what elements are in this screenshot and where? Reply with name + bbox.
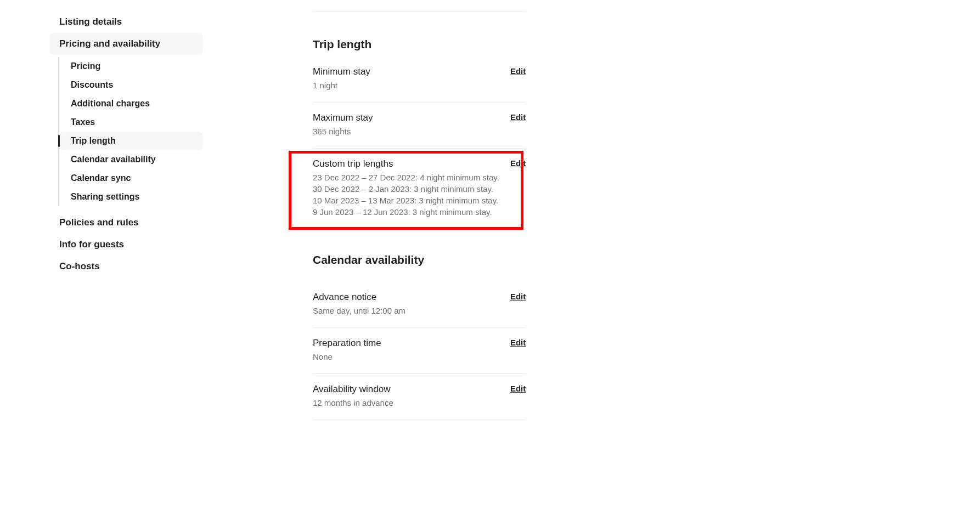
subnav-item-additional-charges[interactable]: Additional charges: [59, 94, 203, 113]
main-content: Trip length Minimum stay 1 night Edit Ma…: [313, 11, 526, 420]
sidebar-subnav: Pricing Discounts Additional charges Tax…: [58, 57, 203, 206]
label-custom-trip-lengths: Custom trip lengths: [313, 158, 499, 169]
section-title-calendar-availability: Calendar availability: [313, 253, 526, 266]
subnav-item-taxes[interactable]: Taxes: [59, 113, 203, 132]
edit-custom-trip-lengths[interactable]: Edit: [510, 158, 526, 168]
value-preparation-time: None: [313, 351, 499, 362]
edit-maximum-stay[interactable]: Edit: [510, 112, 526, 122]
row-preparation-time: Preparation time None Edit: [313, 328, 526, 374]
row-minimum-stay: Minimum stay 1 night Edit: [313, 66, 526, 103]
row-maximum-stay: Maximum stay 365 nights Edit: [313, 103, 526, 149]
row-advance-notice: Advance notice Same day, until 12:00 am …: [313, 282, 526, 328]
value-maximum-stay: 365 nights: [313, 126, 499, 137]
subnav-item-discounts[interactable]: Discounts: [59, 76, 203, 94]
subnav-item-pricing[interactable]: Pricing: [59, 57, 203, 76]
subnav-item-sharing-settings[interactable]: Sharing settings: [59, 188, 203, 206]
value-advance-notice: Same day, until 12:00 am: [313, 305, 499, 316]
divider: [313, 11, 526, 12]
subnav-item-calendar-sync[interactable]: Calendar sync: [59, 169, 203, 188]
edit-availability-window[interactable]: Edit: [510, 384, 526, 393]
value-custom-trip-lengths-0: 23 Dec 2022 – 27 Dec 2022: 4 night minim…: [313, 172, 499, 183]
sidebar-nav: Listing details Pricing and availability…: [49, 11, 203, 420]
sidebar-item-co-hosts[interactable]: Co-hosts: [49, 256, 203, 277]
label-preparation-time: Preparation time: [313, 338, 499, 349]
sidebar-item-info-for-guests[interactable]: Info for guests: [49, 234, 203, 256]
edit-minimum-stay[interactable]: Edit: [510, 66, 526, 76]
sidebar-item-policies-rules[interactable]: Policies and rules: [49, 212, 203, 234]
sidebar-item-listing-details[interactable]: Listing details: [49, 11, 203, 33]
label-advance-notice: Advance notice: [313, 292, 499, 303]
value-custom-trip-lengths-3: 9 Jun 2023 – 12 Jun 2023: 3 night minimu…: [313, 206, 499, 218]
row-availability-window: Availability window 12 months in advance…: [313, 374, 526, 420]
label-maximum-stay: Maximum stay: [313, 112, 499, 123]
label-availability-window: Availability window: [313, 384, 499, 395]
section-title-trip-length: Trip length: [313, 38, 526, 51]
label-minimum-stay: Minimum stay: [313, 66, 499, 77]
edit-preparation-time[interactable]: Edit: [510, 338, 526, 347]
value-minimum-stay: 1 night: [313, 80, 499, 91]
subnav-item-trip-length[interactable]: Trip length: [59, 132, 203, 150]
value-custom-trip-lengths-1: 30 Dec 2022 – 2 Jan 2023: 3 night minimu…: [313, 183, 499, 195]
edit-advance-notice[interactable]: Edit: [510, 292, 526, 301]
row-custom-trip-lengths: Custom trip lengths 23 Dec 2022 – 27 Dec…: [313, 149, 526, 229]
value-custom-trip-lengths-2: 10 Mar 2023 – 13 Mar 2023: 3 night minim…: [313, 195, 499, 206]
sidebar-item-pricing-availability[interactable]: Pricing and availability: [49, 33, 203, 55]
value-availability-window: 12 months in advance: [313, 397, 499, 409]
subnav-item-calendar-availability[interactable]: Calendar availability: [59, 150, 203, 169]
